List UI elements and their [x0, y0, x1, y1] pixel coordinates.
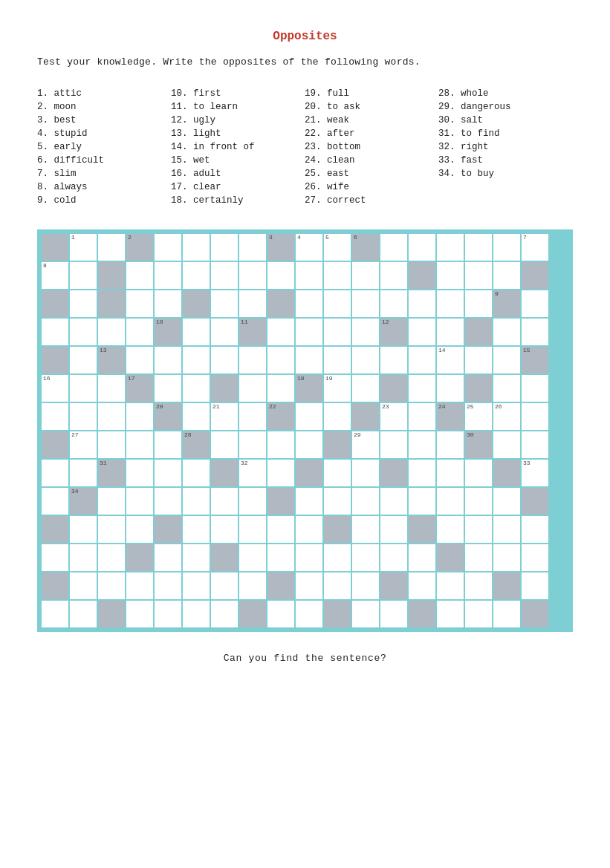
- cell: [352, 290, 379, 317]
- cell: 34: [70, 488, 97, 515]
- cell: [324, 572, 351, 599]
- cell: [493, 234, 520, 261]
- cell-number: 6: [354, 235, 357, 241]
- cell: [409, 488, 435, 515]
- cell: 14: [437, 347, 464, 373]
- cell: [70, 460, 97, 486]
- cell-number: 29: [354, 432, 361, 438]
- cell: [493, 488, 520, 515]
- cell: [324, 601, 351, 627]
- word-item: 29. dangerous: [438, 102, 565, 112]
- cell: [352, 488, 379, 515]
- word-column: 10. first11. to learn12. ugly13. light14…: [171, 88, 297, 209]
- cell: [211, 488, 238, 515]
- cell: [465, 544, 492, 571]
- cell: [211, 290, 238, 317]
- cell: [155, 460, 181, 486]
- cell: [409, 375, 435, 402]
- cell: [126, 488, 153, 515]
- cell: 21: [211, 403, 238, 430]
- page-title: Opposites: [37, 30, 573, 43]
- cell: [380, 488, 407, 515]
- cell: [155, 347, 181, 373]
- cell: [409, 601, 435, 627]
- word-item: 34. to buy: [438, 169, 565, 179]
- cell: [183, 319, 210, 345]
- cell: 9: [493, 290, 520, 317]
- cell: [42, 234, 68, 261]
- cell: 8: [42, 262, 68, 289]
- word-item: 13. light: [171, 128, 297, 139]
- cell: 19: [324, 375, 351, 402]
- cell: [522, 431, 548, 458]
- cell: [380, 516, 407, 543]
- cell: [352, 319, 379, 345]
- cell: [380, 375, 407, 402]
- cell: [183, 572, 210, 599]
- cell: [296, 488, 322, 515]
- cell: [211, 460, 238, 486]
- cell: [155, 431, 181, 458]
- cell: 18: [296, 375, 322, 402]
- cell: [296, 262, 322, 289]
- cell-number: 10: [156, 319, 163, 325]
- cell: [70, 601, 97, 627]
- cell: [155, 488, 181, 515]
- cell: [380, 290, 407, 317]
- cell: [437, 319, 464, 345]
- cell: [437, 516, 464, 543]
- cell: [42, 460, 68, 486]
- cell-number: 15: [523, 347, 530, 353]
- cell: [267, 431, 294, 458]
- cell: [409, 431, 435, 458]
- cell: [409, 516, 435, 543]
- cell: [296, 431, 322, 458]
- cell: [493, 262, 520, 289]
- cell: [239, 403, 266, 430]
- cell: [126, 601, 153, 627]
- word-item: 19. full: [305, 88, 431, 99]
- word-item: 26. wife: [305, 182, 431, 192]
- cell: [267, 347, 294, 373]
- word-item: 2. moon: [37, 102, 163, 112]
- cell: [211, 262, 238, 289]
- cell: [522, 290, 548, 317]
- cell: [465, 516, 492, 543]
- word-item: 10. first: [171, 88, 297, 99]
- cell: 29: [352, 431, 379, 458]
- word-item: 21. weak: [305, 115, 431, 125]
- cell: 17: [126, 375, 153, 402]
- cell: [98, 544, 125, 571]
- cell: [409, 403, 435, 430]
- cell: [324, 319, 351, 345]
- cell: [465, 262, 492, 289]
- cell: [183, 290, 210, 317]
- cell: [98, 572, 125, 599]
- cell: [324, 488, 351, 515]
- cell: [409, 290, 435, 317]
- instructions: Test your knowledge. Write the opposites…: [37, 56, 573, 68]
- cell: [211, 347, 238, 373]
- cell: [183, 544, 210, 571]
- cell: [183, 601, 210, 627]
- cell: [126, 544, 153, 571]
- word-item: 20. to ask: [305, 102, 431, 112]
- cell: [239, 431, 266, 458]
- cell: [493, 516, 520, 543]
- cell: [267, 290, 294, 317]
- cell: [352, 460, 379, 486]
- word-item: 11. to learn: [171, 102, 297, 112]
- cell: 13: [98, 347, 125, 373]
- cell: [493, 572, 520, 599]
- cell: [155, 375, 181, 402]
- cell: [324, 431, 351, 458]
- cell-number: 4: [297, 235, 301, 241]
- cell-number: 17: [128, 376, 135, 382]
- cell-number: 23: [382, 404, 389, 410]
- cell: [522, 601, 548, 627]
- cell: [437, 601, 464, 627]
- cell: [465, 460, 492, 486]
- cell: [183, 516, 210, 543]
- cell: [211, 234, 238, 261]
- cell: [98, 319, 125, 345]
